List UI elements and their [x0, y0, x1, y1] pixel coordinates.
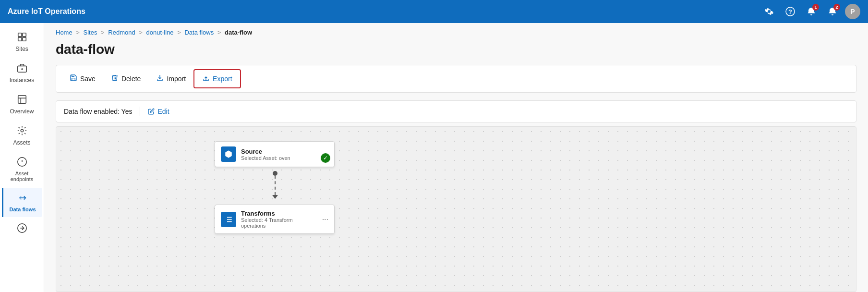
transforms-node-title: Transforms [241, 210, 317, 217]
svg-rect-5 [22, 37, 25, 41]
breadcrumb-donut-line[interactable]: donut-line [146, 29, 174, 36]
sidebar-item-overview[interactable]: Overview [2, 89, 42, 120]
breadcrumb-redmond[interactable]: Redmond [108, 29, 135, 36]
avatar[interactable]: P [845, 4, 860, 19]
source-node-subtitle: Selected Asset: oven [241, 155, 317, 161]
export-icon [202, 74, 210, 84]
info-divider [140, 107, 140, 116]
sidebar-item-overview-label: Overview [10, 108, 34, 115]
bell2-badge: 2 [833, 4, 840, 11]
source-node-icon [221, 146, 236, 162]
connector-arrow [272, 195, 278, 199]
delete-icon [111, 74, 119, 84]
svg-rect-2 [18, 33, 21, 36]
flow-canvas: Source Selected Asset: oven ··· ✓ [56, 126, 856, 292]
sidebar-item-data-flows-label: Data flows [9, 207, 36, 212]
topbar-icons: ? 1 2 P [760, 3, 860, 20]
svg-point-12 [21, 129, 24, 132]
sidebar-item-assets[interactable]: Assets [2, 121, 42, 151]
export-button[interactable]: Export [193, 69, 241, 88]
sidebar: Sites Instances Overview [0, 23, 44, 292]
settings-icon-btn[interactable] [760, 3, 778, 20]
bell1-badge: 1 [812, 4, 819, 11]
edit-button[interactable]: Edit [148, 108, 169, 115]
instances-icon [17, 63, 27, 75]
topbar: Azure IoT Operations ? 1 2 P [0, 0, 868, 23]
main-layout: Sites Instances Overview [0, 23, 868, 292]
source-node[interactable]: Source Selected Asset: oven ··· ✓ [215, 141, 335, 167]
svg-rect-9 [18, 96, 26, 104]
sidebar-item-asset-endpoints-label: Asset endpoints [4, 170, 40, 182]
overview-icon [17, 94, 27, 106]
export-label: Export [213, 75, 232, 83]
svg-rect-4 [18, 37, 21, 41]
breadcrumb-sites[interactable]: Sites [84, 29, 97, 36]
toolbar-card: Save Delete [56, 65, 856, 93]
connector-dashed-line [275, 176, 276, 195]
help-icon: ? [785, 7, 795, 16]
transforms-node-menu[interactable]: ··· [322, 215, 328, 224]
help-icon-btn[interactable]: ? [782, 3, 799, 20]
breadcrumb-data-flows[interactable]: Data flows [184, 29, 214, 36]
sidebar-item-instances[interactable]: Instances [2, 58, 42, 88]
sidebar-item-instances-label: Instances [10, 77, 34, 84]
import-button[interactable]: Import [148, 70, 193, 87]
transforms-node[interactable]: Transforms Selected: 4 Transform operati… [215, 205, 335, 234]
save-label: Save [80, 75, 96, 83]
import-label: Import [167, 75, 186, 83]
import-icon [156, 74, 164, 84]
more-icon [17, 223, 27, 235]
assets-icon [17, 125, 27, 137]
svg-rect-3 [22, 33, 25, 36]
flow-connector [272, 171, 278, 199]
breadcrumb-current: data-flow [225, 29, 252, 36]
delete-label: Delete [121, 75, 141, 83]
data-flows-icon [17, 193, 28, 205]
bell2-icon-btn[interactable]: 2 [824, 3, 841, 20]
sidebar-item-sites[interactable]: Sites [2, 27, 42, 57]
sidebar-item-more[interactable] [2, 218, 42, 240]
source-node-status: ✓ [321, 153, 330, 163]
bell1-icon-btn[interactable]: 1 [803, 3, 820, 20]
page-title: data-flow [44, 38, 868, 65]
delete-button[interactable]: Delete [103, 70, 148, 87]
data-flow-enabled-text: Data flow enabled: Yes [64, 108, 132, 115]
save-button[interactable]: Save [62, 70, 103, 87]
asset-endpoints-icon [17, 157, 27, 169]
save-icon [70, 74, 77, 84]
settings-icon [764, 7, 774, 16]
sidebar-item-data-flows[interactable]: Data flows [2, 188, 42, 217]
sidebar-item-sites-label: Sites [15, 46, 28, 52]
app-title: Azure IoT Operations [8, 7, 85, 16]
sidebar-item-assets-label: Assets [13, 139, 30, 146]
edit-label: Edit [157, 108, 169, 115]
edit-icon [148, 108, 155, 115]
connector-dot [273, 171, 277, 176]
info-bar: Data flow enabled: Yes Edit [56, 100, 856, 122]
sidebar-item-asset-endpoints[interactable]: Asset endpoints [2, 152, 42, 187]
source-node-title: Source [241, 148, 317, 155]
content-area: Home > Sites > Redmond > donut-line > Da… [44, 23, 868, 292]
svg-text:?: ? [788, 8, 792, 15]
breadcrumb: Home > Sites > Redmond > donut-line > Da… [44, 23, 868, 38]
breadcrumb-home[interactable]: Home [56, 29, 72, 36]
sites-icon [17, 32, 27, 44]
transforms-node-icon [221, 212, 236, 227]
transforms-node-subtitle: Selected: 4 Transform operations [241, 217, 317, 229]
